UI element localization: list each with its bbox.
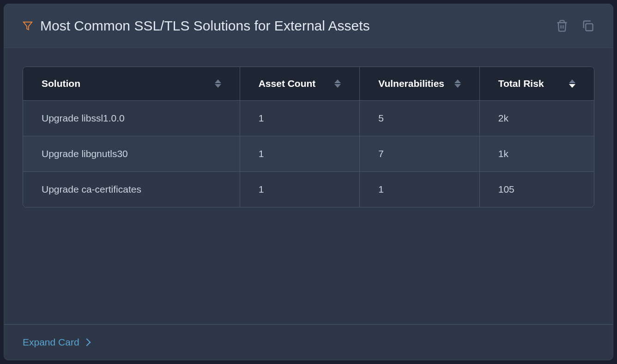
card-footer: Expand Card	[4, 324, 613, 360]
card-title: Most Common SSL/TLS Solutions for Extern…	[40, 18, 370, 34]
filter-icon	[23, 21, 33, 31]
table-row[interactable]: Upgrade libgnutls30 1 7 1k	[23, 136, 594, 171]
cell-asset-count: 1	[240, 101, 360, 136]
expand-card-link[interactable]: Expand Card	[23, 337, 90, 348]
table-row[interactable]: Upgrade ca-certificates 1 1 105	[23, 171, 594, 207]
cell-solution: Upgrade libgnutls30	[23, 136, 240, 171]
column-label: Vulnerabilities	[378, 78, 444, 89]
card-actions	[556, 19, 594, 32]
sort-icon	[334, 79, 341, 88]
cell-total-risk: 105	[480, 172, 594, 207]
cell-asset-count: 1	[240, 172, 360, 207]
cell-total-risk: 2k	[480, 101, 594, 136]
column-header-solution[interactable]: Solution	[23, 67, 240, 100]
copy-icon[interactable]	[581, 19, 594, 32]
dashboard-card: Most Common SSL/TLS Solutions for Extern…	[4, 4, 613, 360]
column-header-asset-count[interactable]: Asset Count	[240, 67, 360, 100]
svg-rect-3	[586, 24, 593, 30]
cell-solution: Upgrade libssl1.0.0	[23, 101, 240, 136]
column-label: Total Risk	[498, 78, 544, 89]
table-row[interactable]: Upgrade libssl1.0.0 1 5 2k	[23, 100, 594, 136]
table-header: Solution Asset Count Vulnerabilities	[23, 67, 594, 100]
solutions-table: Solution Asset Count Vulnerabilities	[23, 67, 594, 207]
cell-solution: Upgrade ca-certificates	[23, 172, 240, 207]
cell-total-risk: 1k	[480, 136, 594, 171]
cell-vulnerabilities: 1	[360, 172, 480, 207]
sort-icon	[454, 79, 461, 88]
svg-marker-0	[24, 22, 32, 30]
expand-card-label: Expand Card	[23, 337, 79, 348]
sort-icon	[569, 79, 575, 88]
cell-vulnerabilities: 5	[360, 101, 480, 136]
card-body: Solution Asset Count Vulnerabilities	[4, 48, 613, 324]
chevron-right-icon	[83, 339, 91, 346]
cell-vulnerabilities: 7	[360, 136, 480, 171]
column-label: Asset Count	[259, 78, 316, 89]
table-body: Upgrade libssl1.0.0 1 5 2k Upgrade libgn…	[23, 100, 594, 207]
column-header-vulnerabilities[interactable]: Vulnerabilities	[360, 67, 480, 100]
cell-asset-count: 1	[240, 136, 360, 171]
column-label: Solution	[42, 78, 80, 89]
card-header: Most Common SSL/TLS Solutions for Extern…	[4, 4, 613, 48]
title-group: Most Common SSL/TLS Solutions for Extern…	[23, 18, 370, 34]
trash-icon[interactable]	[556, 19, 569, 32]
sort-icon	[215, 79, 221, 88]
column-header-total-risk[interactable]: Total Risk	[480, 67, 594, 100]
